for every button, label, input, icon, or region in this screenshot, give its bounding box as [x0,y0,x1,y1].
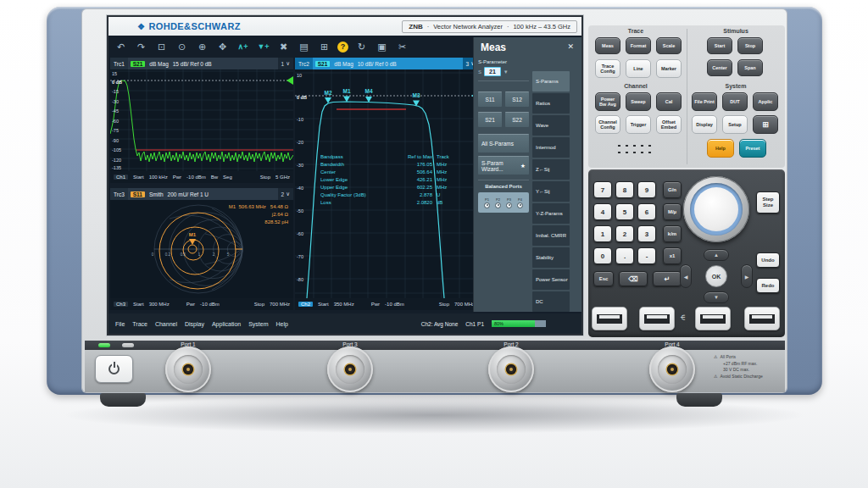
help-key[interactable]: Help [707,139,734,158]
s-parameter-dropdown[interactable]: S 21 ▼ [478,67,529,76]
refresh-icon[interactable]: ↻ [354,40,369,54]
s12-button[interactable]: S12 [505,92,529,107]
key-4[interactable]: 4 [593,203,612,220]
windows-key[interactable]: ⊞ [753,115,778,134]
undo-icon[interactable]: ↶ [114,40,128,54]
channel2-badge[interactable]: Ch2 [298,302,313,307]
chart-smith-trc3[interactable]: M1 0 0.2 0.5 1 2 5 M1 506.63 MHz 54.48 Ω… [110,200,293,298]
setup-key[interactable]: Setup [722,115,748,134]
key-5[interactable]: 5 [615,203,634,220]
add-marker-icon[interactable]: ▼+ [256,40,270,54]
key-giga-nano[interactable]: G/n [663,181,682,198]
all-s-params-button[interactable]: All S-Params [478,134,529,152]
menu-application[interactable]: Application [212,321,241,327]
trace1-header[interactable]: Trc1 S21 dB Mag 15 dB/ Ref 0 dB 1 ∨ [110,58,293,69]
s22-button[interactable]: S22 [505,112,529,127]
redo-icon[interactable]: ↷ [134,40,148,54]
chart2-trc2-db-mag[interactable]: M2 M1 M4 M3 10 0 dB -10 -20 -30 -40 -50 … [295,69,478,298]
tab-yz-params[interactable]: Y-Z-Params [532,203,570,224]
marker-key[interactable]: Marker [656,59,682,78]
trace2-header[interactable]: Trc2 S21 dB Mag 10 dB/ Ref 0 dB 3 ∨ [295,58,478,69]
backspace-key[interactable]: ⌫ [619,271,648,286]
stop-key[interactable]: Stop [737,37,763,54]
applic-key[interactable]: Applic [753,92,778,111]
start-key[interactable]: Start [707,37,732,54]
window2-selector[interactable]: 2 ∨ [278,188,293,200]
preset-key[interactable]: Preset [739,139,766,158]
menu-system[interactable]: System [248,321,268,327]
tab-ratios[interactable]: Ratios [532,93,570,114]
format-key[interactable]: Format [626,37,651,54]
key-6[interactable]: 6 [637,203,656,220]
cal-key[interactable]: Cal [656,92,682,111]
menu-channel[interactable]: Channel [155,321,177,327]
s11-button[interactable]: S11 [478,92,502,107]
center-key[interactable]: Center [707,59,732,76]
key-9[interactable]: 9 [637,181,656,198]
step-size-key[interactable]: Step Size [756,191,780,214]
offset-embed-key[interactable]: Offset Embed [656,115,682,134]
dut-key[interactable]: DUT [722,92,748,111]
add-trace-icon[interactable]: ∧+ [236,40,250,54]
nav-down-key[interactable]: ▼ [704,291,729,303]
key-3[interactable]: 3 [637,225,656,242]
scale-key[interactable]: Scale [656,37,682,54]
print-icon[interactable]: ▤ [297,40,311,54]
nav-up-key[interactable]: ▲ [704,249,729,261]
channel3-badge[interactable]: Ch3 [114,302,128,307]
menu-file[interactable]: File [115,321,125,327]
tab-imbal-cmrr[interactable]: Imbal. CMRR [532,225,570,246]
key-minus[interactable]: - [637,247,656,264]
key-decimal[interactable]: . [615,247,634,264]
rotary-knob[interactable] [683,176,749,242]
key-2[interactable]: 2 [615,225,634,242]
tab-stability[interactable]: Stability [532,247,570,268]
key-kilo-milli[interactable]: k/m [663,225,682,242]
meas-key[interactable]: Meas [595,37,620,54]
file-print-key[interactable]: File Print [692,92,717,111]
enter-key[interactable]: ↵ [653,271,682,286]
redo-key[interactable]: Redo [756,278,780,293]
key-7[interactable]: 7 [593,181,612,198]
span-key[interactable]: Span [737,59,763,76]
key-8[interactable]: 8 [615,181,634,198]
zoom-in-icon[interactable]: ⊕ [195,40,209,54]
close-icon[interactable]: ✕ [567,42,574,51]
s21-button[interactable]: S21 [478,112,502,127]
menu-trace[interactable]: Trace [132,321,147,327]
esc-key[interactable]: Esc [593,271,614,286]
zoom-reset-icon[interactable]: ⊙ [175,40,189,54]
channel-config-key[interactable]: Channel Config [595,115,620,134]
channel1-badge[interactable]: Ch1 [114,175,128,180]
tab-dc[interactable]: DC [532,291,570,312]
nav-left-key[interactable]: ◀ [680,264,692,288]
display-icon[interactable]: ▣ [375,40,389,54]
trace3-header[interactable]: Trc3 S11 Smith 200 mU/ Ref 1 U 2 ∨ [110,188,293,200]
window1-selector[interactable]: 1 ∨ [278,58,293,69]
menu-help[interactable]: Help [276,321,288,327]
s-param-wizard-button[interactable]: S-Param Wizard... ★ [478,156,529,175]
undo-key[interactable]: Undo [756,252,780,268]
zoom-select-icon[interactable]: ⊡ [154,40,169,54]
trigger-key[interactable]: Trigger [626,115,651,134]
display-key[interactable]: Display [692,115,717,134]
touch-tools-icon[interactable]: ✂ [395,40,409,54]
power-button[interactable] [95,355,133,383]
key-mega-micro[interactable]: M/µ [663,203,682,220]
help-icon[interactable]: ? [337,42,348,53]
ok-key[interactable]: OK [705,265,727,287]
nav-right-key[interactable]: ▶ [741,264,753,288]
tab-z-sij[interactable]: Z←Sij [532,159,570,180]
key-1[interactable]: 1 [593,225,612,242]
delete-icon[interactable]: ✖ [276,40,291,54]
key-x1[interactable]: x1 [663,247,682,264]
line-key[interactable]: Line [626,59,651,78]
tab-s-params[interactable]: S-Params [532,71,570,92]
tab-wave[interactable]: Wave [532,115,570,136]
chart1-trc1-db-mag[interactable]: 15 0 dB -15 -30 -45 -60 -75 -90 -105 -12… [110,69,293,171]
tab-intermod[interactable]: Intermod [532,137,570,158]
key-0[interactable]: 0 [593,247,612,264]
maximize-icon[interactable]: ✥ [215,40,230,54]
balanced-ports-diagram[interactable]: P1 P2 P3 P4 [478,192,529,213]
tab-power-sensor[interactable]: Power Sensor [532,269,570,290]
